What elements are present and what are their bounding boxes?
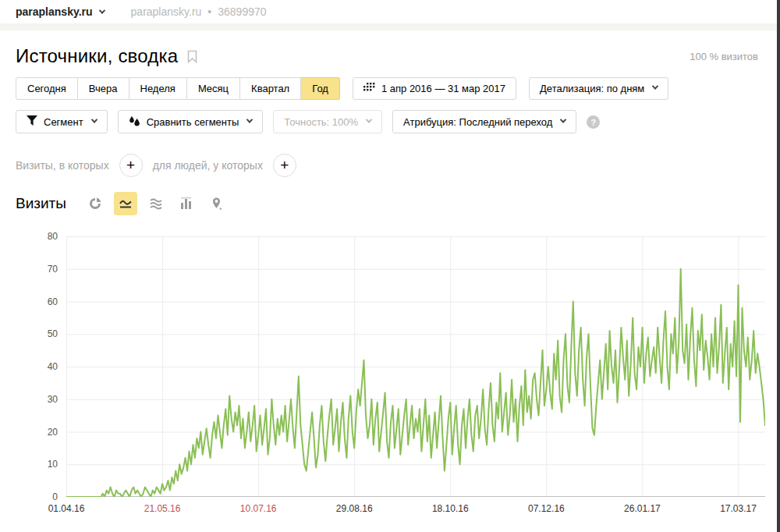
chart-type-line-icon[interactable] [114,192,137,215]
date-range-label: 1 апр 2016 — 31 мар 2017 [381,83,505,94]
x-tick-label: 07.12.16 [528,503,565,514]
x-tick-label: 10.07.16 [240,503,277,514]
counter-selector[interactable]: paraplansky.ru [16,5,105,18]
period-row: СегодняВчераНеделяМесяцКварталГод 1 апр … [16,77,668,100]
x-tick-label: 29.08.16 [336,503,373,514]
tab-period[interactable]: Вчера [78,77,129,100]
add-visit-condition-button[interactable]: + [119,154,143,177]
page-title: Источники, сводка [16,45,178,67]
compare-segments-label: Сравнить сегменты [147,116,239,128]
accuracy-label: Точность: 100% [284,116,358,128]
topbar: paraplansky.ru paraplansky.ru • 36899970 [0,0,780,23]
accuracy-dropdown: Точность: 100% [273,110,382,133]
segment-dropdown[interactable]: Сегмент [16,110,108,133]
x-tick-label: 21.05.16 [144,503,181,514]
calendar-grid-icon [363,83,375,94]
attribution-dropdown[interactable]: Атрибуция: Последний переход [392,110,576,133]
filters-row: Сегмент Сравнить сегменты Точность: 100%… [16,110,600,133]
help-icon[interactable]: ? [587,115,600,129]
compare-segments-dropdown[interactable]: Сравнить сегменты [118,110,264,133]
attribution-label: Атрибуция: Последний переход [403,116,552,128]
period-tabs: СегодняВчераНеделяМесяцКварталГод [16,77,340,100]
people-condition-label: для людей, у которых [153,159,263,172]
visits-condition-label: Визиты, в которых [16,159,109,172]
app-root: paraplansky.ru paraplansky.ru • 36899970… [0,0,780,532]
droplets-icon [129,115,140,129]
counter-meta: paraplansky.ru • 36899970 [131,5,267,18]
header: Источники, сводка 100 % визитов [16,42,764,70]
tab-period[interactable]: Год [301,77,340,100]
y-tick-label: 70 [11,264,58,275]
y-tick-label: 0 [11,491,58,502]
segment-builder: Визиты, в которых + для людей, у которых… [16,154,296,177]
y-tick-label: 40 [11,361,58,372]
x-tick-label: 17.03.17 [720,503,757,514]
counter-domain: paraplansky.ru [131,5,202,18]
y-tick-label: 30 [11,394,58,405]
chevron-down-icon [90,116,97,122]
topbar-divider [0,23,780,30]
chart-plot[interactable] [66,236,765,497]
chart-type-stacked-icon[interactable] [144,192,168,215]
detail-dropdown[interactable]: Детализация: по дням [529,77,668,100]
segment-label: Сегмент [44,116,83,128]
add-people-condition-button[interactable]: + [273,154,296,177]
x-tick-label: 18.10.16 [432,503,469,514]
chevron-down-icon [98,7,105,13]
chevron-down-icon [652,83,658,89]
counter-id: 36899970 [218,5,266,18]
y-tick-label: 50 [11,328,58,339]
chart-type-columns-icon[interactable] [175,192,198,215]
metric-header: Визиты [16,192,236,215]
visits-share-label: 100 % визитов [690,51,758,62]
funnel-icon [27,115,37,128]
x-tick-label: 26.01.17 [624,503,661,514]
y-tick-label: 10 [11,459,58,470]
chevron-down-icon [366,116,372,122]
chevron-down-icon [246,116,253,122]
bookmark-icon[interactable] [187,50,197,66]
detail-label: Детализация: по дням [540,83,644,94]
window-edge-strip [777,0,780,532]
counter-selector-label: paraplansky.ru [16,5,93,18]
bullet-separator: • [207,5,211,18]
tab-period[interactable]: Месяц [187,77,240,100]
y-tick-label: 20 [11,427,58,438]
metric-title: Визиты [16,195,66,212]
chart-type-switcher [83,192,236,215]
date-range-button[interactable]: 1 апр 2016 — 31 мар 2017 [353,77,516,100]
visits-chart: 01020304050607080 01.04.1621.05.1610.07.… [0,230,777,527]
y-tick-label: 80 [11,231,58,242]
tab-period[interactable]: Квартал [240,77,301,100]
tab-period[interactable]: Неделя [129,77,187,100]
tab-period[interactable]: Сегодня [16,77,78,100]
x-tick-label: 01.04.16 [48,503,85,514]
chart-type-map-icon[interactable] [205,192,229,215]
y-tick-label: 60 [11,296,58,307]
chart-type-pie-icon[interactable] [83,192,107,215]
chevron-down-icon [560,116,566,122]
